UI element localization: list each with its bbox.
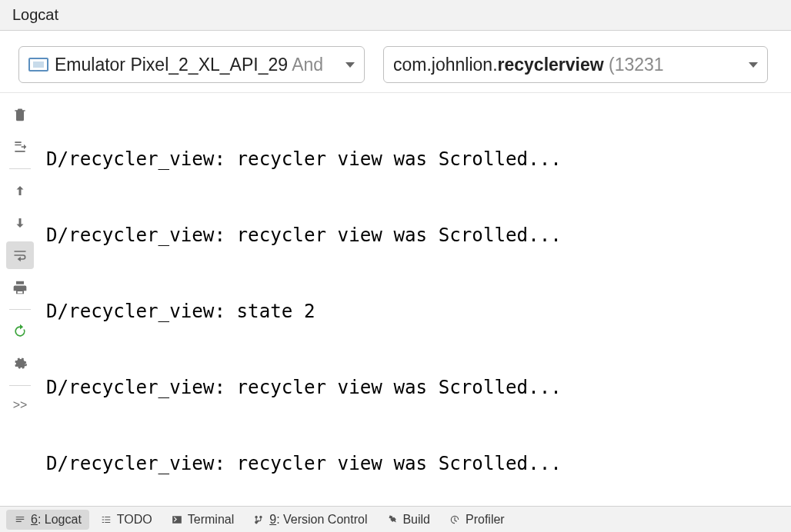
log-line: D/recycler_view: recycler view was Scrol… — [46, 451, 785, 477]
separator — [9, 385, 31, 386]
restart-button[interactable] — [6, 318, 34, 345]
terminal-tab-icon — [171, 514, 183, 525]
process-dropdown-text: com.johnlion.recyclerview (13231 — [393, 55, 743, 75]
tab-label: 6: Logcat — [31, 513, 82, 527]
device-dropdown[interactable]: Emulator Pixel_2_XL_API_29 And — [18, 46, 365, 83]
clear-log-button[interactable] — [6, 101, 34, 128]
chevron-down-icon — [345, 62, 355, 68]
body-area: >> D/recycler_view: recycler view was Sc… — [0, 92, 791, 506]
separator — [9, 309, 31, 310]
scroll-end-icon — [12, 139, 28, 155]
down-stack-button[interactable] — [6, 209, 34, 237]
up-stack-button[interactable] — [6, 177, 34, 204]
todo-tab-icon — [100, 514, 112, 525]
log-line: D/recycler_view: recycler view was Scrol… — [46, 223, 785, 248]
print-icon — [12, 280, 28, 295]
soft-wrap-button[interactable] — [6, 241, 34, 269]
more-tools-button[interactable]: >> — [5, 394, 35, 417]
device-icon — [28, 58, 48, 71]
settings-button[interactable] — [6, 350, 34, 377]
chevron-down-icon — [749, 62, 758, 68]
trash-icon — [12, 107, 28, 122]
logcat-panel: Logcat Emulator Pixel_2_XL_API_29 And co… — [0, 0, 791, 532]
bottom-tool-bar: 6: Logcat TODO Terminal 9: Version Contr… — [0, 506, 791, 532]
separator — [9, 168, 31, 169]
panel-title: Logcat — [0, 0, 791, 31]
print-button[interactable] — [6, 274, 34, 301]
tab-label: 9: Version Control — [269, 513, 367, 527]
tab-todo[interactable]: TODO — [92, 510, 160, 530]
log-line: D/recycler_view: recycler view was Scrol… — [46, 375, 785, 401]
arrow-down-icon — [13, 216, 27, 230]
tab-label: Profiler — [466, 513, 505, 527]
tab-version-control[interactable]: 9: Version Control — [245, 510, 375, 530]
restart-icon — [12, 324, 28, 339]
vcs-tab-icon — [252, 514, 265, 525]
profiler-tab-icon — [449, 514, 461, 525]
scroll-to-end-button[interactable] — [6, 133, 34, 161]
filter-toolbar: Emulator Pixel_2_XL_API_29 And com.johnl… — [0, 31, 791, 92]
tab-profiler[interactable]: Profiler — [441, 510, 512, 530]
tab-label: Terminal — [188, 513, 234, 527]
log-output[interactable]: D/recycler_view: recycler view was Scrol… — [40, 93, 791, 506]
device-dropdown-text: Emulator Pixel_2_XL_API_29 And — [55, 55, 339, 75]
process-dropdown[interactable]: com.johnlion.recyclerview (13231 — [383, 46, 768, 83]
log-line: D/recycler_view: recycler view was Scrol… — [46, 147, 785, 172]
logcat-tab-icon — [14, 514, 26, 525]
side-toolbar: >> — [0, 93, 40, 506]
tab-label: TODO — [117, 513, 152, 527]
arrow-up-icon — [13, 184, 27, 198]
build-tab-icon — [385, 514, 398, 525]
gear-icon — [12, 356, 28, 371]
tab-label: Build — [402, 513, 430, 527]
wrap-icon — [12, 248, 28, 263]
tab-terminal[interactable]: Terminal — [163, 510, 242, 530]
log-line: D/recycler_view: state 2 — [46, 299, 785, 324]
tab-logcat[interactable]: 6: Logcat — [6, 510, 89, 530]
tab-build[interactable]: Build — [378, 510, 438, 530]
